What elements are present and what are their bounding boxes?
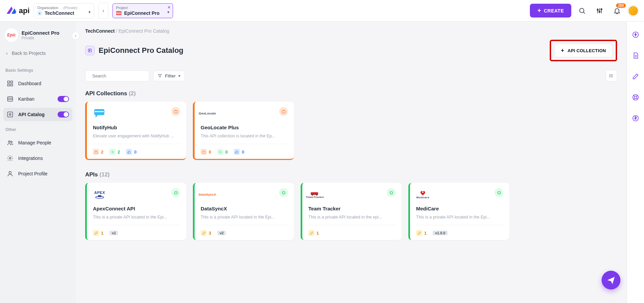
project-selector-label: Project: [116, 6, 128, 10]
svg-rect-48: [422, 192, 423, 193]
filter-button[interactable]: Filter ▾: [153, 71, 185, 81]
strip-help-button[interactable]: [632, 94, 639, 102]
list-icon: [609, 73, 614, 78]
sidebar-item-label: Kanban: [18, 96, 34, 102]
strip-shortcuts-button[interactable]: [632, 31, 639, 40]
svg-rect-32: [95, 111, 104, 112]
strip-edit-button[interactable]: [632, 73, 639, 81]
kanban-toggle[interactable]: [58, 96, 69, 102]
sidebar: ‹ Epic EpiConnect Pro Private ‹ Back to …: [0, 22, 76, 303]
breadcrumb: TechConnect / EpiConnect Pro Catalog: [85, 28, 617, 34]
list-view-toggle[interactable]: [606, 70, 617, 81]
bolt-circle-icon: [632, 31, 639, 38]
svg-rect-36: [282, 110, 285, 113]
strip-billing-button[interactable]: [632, 114, 639, 123]
project-selector[interactable]: Project EpicEpiConnect Pro ▾ ✕: [112, 3, 173, 18]
sidebar-project-sub: Private: [22, 36, 60, 40]
svg-text:P: P: [89, 49, 91, 52]
card-desc: This is a private API located in the Epi…: [93, 215, 180, 220]
api-logo: Medicare: [416, 188, 430, 201]
sidebar-project-header: Epic EpiConnect Pro Private: [3, 26, 72, 45]
settings-sliders-button[interactable]: [593, 4, 606, 18]
apis-section-title: APIs (12): [85, 171, 617, 178]
svg-point-16: [9, 114, 11, 115]
api-card[interactable]: DataSyncX DataSyncX This is a private AP…: [193, 183, 294, 240]
add-api-collection-button[interactable]: + API COLLECTION: [554, 44, 612, 57]
svg-point-28: [610, 74, 610, 75]
gear-icon: [7, 155, 13, 162]
api-logo: APEX: [93, 188, 106, 201]
svg-point-19: [9, 158, 11, 159]
caret-down-icon: ▾: [89, 10, 91, 14]
org-forward-button[interactable]: ›: [98, 3, 108, 19]
svg-rect-42: [282, 192, 285, 194]
briefcase-icon: [279, 107, 288, 116]
people-icon: [7, 139, 13, 146]
notifications-button[interactable]: 200: [610, 4, 624, 18]
svg-point-7: [601, 8, 602, 10]
svg-point-18: [11, 141, 12, 142]
svg-point-35: [112, 152, 113, 153]
main-content: TechConnect / EpiConnect Pro Catalog P E…: [76, 22, 626, 303]
search-button[interactable]: [575, 4, 589, 18]
svg-rect-46: [390, 192, 393, 194]
card-stats: 2 2 0: [93, 147, 180, 155]
svg-point-54: [634, 96, 637, 98]
stat-link: 1: [93, 230, 103, 236]
svg-point-20: [9, 171, 11, 174]
right-strip: [626, 22, 644, 303]
api-card[interactable]: APEX ApexConnect API This is a private A…: [85, 183, 186, 240]
strip-docs-button[interactable]: [632, 52, 639, 61]
collection-card[interactable]: NotifyHub Elevate user engagement with N…: [85, 102, 186, 160]
svg-rect-10: [8, 84, 10, 86]
sidebar-item-label: Manage People: [18, 140, 51, 145]
sidebar-item-label: Integrations: [18, 156, 43, 161]
dashboard-icon: [7, 80, 13, 87]
project-icon: Epic: [116, 11, 122, 15]
chip-icon: [495, 188, 503, 197]
sidebar-item-api-catalog[interactable]: API Catalog: [3, 108, 72, 121]
api-card[interactable]: Medicare MediCare This is a private API …: [408, 183, 509, 240]
app-logo[interactable]: api: [5, 5, 30, 17]
org-privacy: (Private): [63, 6, 77, 10]
back-to-projects[interactable]: ‹ Back to Projects: [3, 47, 72, 59]
sidebar-item-label: API Catalog: [18, 112, 45, 117]
org-selector[interactable]: Organization (Private) ▲TechConnect ▾: [34, 3, 94, 18]
card-title: NotifyHub: [93, 125, 180, 130]
back-label: Back to Projects: [12, 50, 46, 56]
chevron-left-icon: ‹: [6, 50, 8, 56]
svg-rect-15: [8, 112, 13, 117]
chip-icon: [171, 188, 180, 197]
breadcrumb-org[interactable]: TechConnect: [85, 28, 115, 34]
search-input-wrapper[interactable]: [85, 70, 149, 81]
sidebar-item-project-profile[interactable]: Project Profile: [3, 167, 72, 180]
document-icon: [632, 52, 639, 59]
lifebuoy-icon: [632, 94, 639, 101]
chip-icon: [279, 188, 288, 197]
close-icon[interactable]: ✕: [167, 5, 171, 10]
sidebar-item-integrations[interactable]: Integrations: [3, 152, 72, 165]
api-catalog-toggle[interactable]: [58, 111, 69, 117]
collection-logo: [93, 107, 106, 120]
api-card[interactable]: TeamTracker Team Tracker This is a priva…: [301, 183, 402, 240]
svg-rect-34: [95, 151, 97, 153]
user-avatar[interactable]: [628, 5, 639, 16]
collection-card[interactable]: GeoLocate GeoLocate Plus This API collec…: [193, 102, 294, 160]
sidebar-collapse-button[interactable]: ‹: [72, 32, 80, 40]
card-title: GeoLocate Plus: [201, 125, 288, 130]
create-button[interactable]: + CREATE: [530, 4, 571, 18]
dollar-icon: [632, 114, 639, 122]
bell-icon: [613, 7, 621, 14]
sidebar-item-manage-people[interactable]: Manage People: [3, 136, 72, 149]
search-input[interactable]: [92, 73, 149, 79]
card-desc: This is a private API located in the Epi…: [416, 215, 503, 220]
caret-down-icon: ▾: [167, 10, 169, 14]
svg-rect-40: [98, 195, 101, 197]
project-badge-icon: Epic: [5, 28, 18, 42]
sidebar-item-dashboard[interactable]: Dashboard: [3, 77, 72, 90]
fab-button[interactable]: [602, 271, 620, 290]
sidebar-item-kanban[interactable]: Kanban: [3, 92, 72, 106]
plus-icon: +: [537, 7, 541, 14]
card-stats: 3 v2: [201, 229, 288, 236]
svg-point-30: [610, 77, 610, 77]
